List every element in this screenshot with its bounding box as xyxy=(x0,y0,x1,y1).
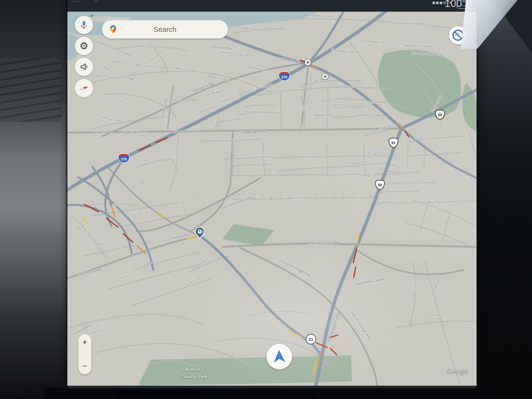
street-label: Sappington Rd xyxy=(122,130,147,134)
map-canvas[interactable]: Meramec RiverW Watson RdW Watson RdRott … xyxy=(67,12,477,386)
street-label: Burrow Ct xyxy=(220,117,236,124)
street-label: Hilltop Dr xyxy=(298,85,312,89)
street-label: Forest Park Dr xyxy=(127,43,150,49)
street-label: Barrington Dr xyxy=(331,103,352,107)
street-label: Hilltop Dr xyxy=(266,88,280,93)
search-placeholder: Search xyxy=(102,25,228,34)
street-label: Elsinore Dr xyxy=(134,104,152,115)
street-label: Woodforest Dr xyxy=(149,45,169,62)
street-label: Aldred Dr xyxy=(250,103,264,107)
route-shield-270: 270 xyxy=(119,154,129,163)
search-input[interactable]: Search xyxy=(102,20,228,39)
volume-button[interactable] xyxy=(75,58,93,76)
street-label: Josse Dr xyxy=(142,259,157,267)
street-label: Hilltop Dr xyxy=(220,96,235,104)
zoom-controls: + − xyxy=(78,334,91,374)
google-maps-pin-icon xyxy=(110,25,116,34)
air-vent-left xyxy=(0,58,62,122)
charging-station-pin[interactable] xyxy=(195,227,205,239)
infotainment-screen: 100° xyxy=(67,0,477,388)
street-label: Sappington Ln xyxy=(174,142,180,165)
street-label: Rott Rd xyxy=(415,22,427,26)
street-label: Bohrer xyxy=(185,367,200,372)
microphone-icon xyxy=(78,19,89,30)
compass-icon xyxy=(78,82,90,94)
street-label: Crestwick Dr xyxy=(332,96,352,101)
street-label: Juengel Dr xyxy=(131,210,149,217)
status-widget-icon xyxy=(72,0,79,2)
status-bar: 100° xyxy=(67,0,477,12)
street-label: Tescord Dr xyxy=(117,272,135,280)
street-label: Kalinda Ln xyxy=(246,110,263,114)
street-label: Rahning Rd xyxy=(243,26,262,32)
street-label: Sutton Pl Ct xyxy=(171,97,190,104)
street-label: Sappington Rd xyxy=(173,129,198,134)
street-label: Regency Dr xyxy=(76,218,93,230)
street-label: Gregory Ct xyxy=(140,156,157,163)
street-label: Hilltop Dr xyxy=(341,85,355,89)
street-label: Concord School Rd xyxy=(220,195,253,210)
street-label: Bridhaven Ln xyxy=(247,65,268,72)
street-label: Fall Ridge Trail xyxy=(362,39,385,44)
cell-signal-icon xyxy=(436,2,439,4)
street-label: Carolynne Dr xyxy=(129,178,149,190)
street-label: County Park xyxy=(181,374,208,379)
bezel-vent-right xyxy=(258,392,316,398)
street-label: Hamburg Lake Dr xyxy=(221,50,249,57)
settings-button[interactable]: ⚙ xyxy=(75,37,93,55)
street-label: Bimini Dr xyxy=(430,313,444,317)
street-label: Sappington Rd xyxy=(241,130,267,134)
compass-button[interactable] xyxy=(75,79,93,97)
zoom-divider xyxy=(81,354,89,354)
street-label: Alswell Ln xyxy=(124,75,140,83)
voice-search-button[interactable] xyxy=(75,16,93,34)
street-label: Cheryl Ct xyxy=(243,163,258,167)
street-label: Windswept Dr xyxy=(206,88,227,97)
status-chevron-icon xyxy=(114,0,119,1)
cell-signal-icon xyxy=(433,2,435,4)
street-label: Edgecliffe Dr xyxy=(429,278,441,298)
zoom-out-button[interactable]: − xyxy=(78,358,91,374)
street-label: Roxanna Dr xyxy=(255,155,273,159)
street-label: Southwick Dr xyxy=(91,239,111,248)
zoom-in-button[interactable]: + xyxy=(78,334,91,351)
street-label: Roanna Ln xyxy=(199,104,216,114)
street-label: Benbury Ln xyxy=(238,88,256,95)
street-label: Blackhall Dr xyxy=(223,139,241,143)
street-label: Nottinghill Pkwy Dr xyxy=(101,115,130,125)
street-label: Concord School Rd xyxy=(230,146,236,180)
street-label: Twillwood Dr xyxy=(300,94,311,113)
status-nav-icon xyxy=(92,0,100,2)
settings-gear-icon: ⚙ xyxy=(80,41,88,51)
street-label: E Concord Rd xyxy=(165,232,189,242)
street-label: Meppen Dr xyxy=(314,113,331,117)
street-label: Crestwick Dr xyxy=(369,100,388,104)
speaker-icon xyxy=(79,62,89,72)
street-label: Sappington Estates Dr xyxy=(403,43,438,49)
street-label: Gerald Dr xyxy=(113,200,128,207)
route-shield-30: 30 xyxy=(305,59,311,66)
street-label: Gravois Rd xyxy=(281,56,301,65)
street-label: Leebur Dr xyxy=(213,115,220,131)
outside-temperature: 100° xyxy=(445,0,466,9)
street-label: Elsinore Dr xyxy=(110,95,127,106)
cell-signal-icon xyxy=(440,2,442,4)
google-watermark: Google xyxy=(447,368,468,376)
route-shield-30: 30 xyxy=(322,73,328,80)
street-label: E Concord Rd xyxy=(77,267,102,277)
street-label: W Watson Rd xyxy=(393,21,415,26)
street-label: Kennerly Rd xyxy=(193,81,214,93)
street-label: Meppen Dr xyxy=(358,113,375,117)
street-label: Tescord Dr xyxy=(141,287,158,295)
street-label: Kennerly Rd xyxy=(91,130,112,135)
street-label: Crescent Creek Trail xyxy=(411,51,443,57)
street-label: Rossmoor Ln xyxy=(90,325,110,335)
street-label: Mentz Hill Rd xyxy=(208,75,229,82)
street-label: Grandview Lake Dr xyxy=(331,48,361,55)
street-label: W Watson Rd xyxy=(312,14,333,19)
street-label: Kennerly Rd xyxy=(160,98,169,119)
street-label: Mentz Hill Acres Dr xyxy=(135,63,164,70)
street-label: Nathan Estates Dr xyxy=(92,73,121,81)
route-shield-270: 270 xyxy=(279,72,290,81)
street-label: Mentz Hill Rd xyxy=(175,66,196,73)
